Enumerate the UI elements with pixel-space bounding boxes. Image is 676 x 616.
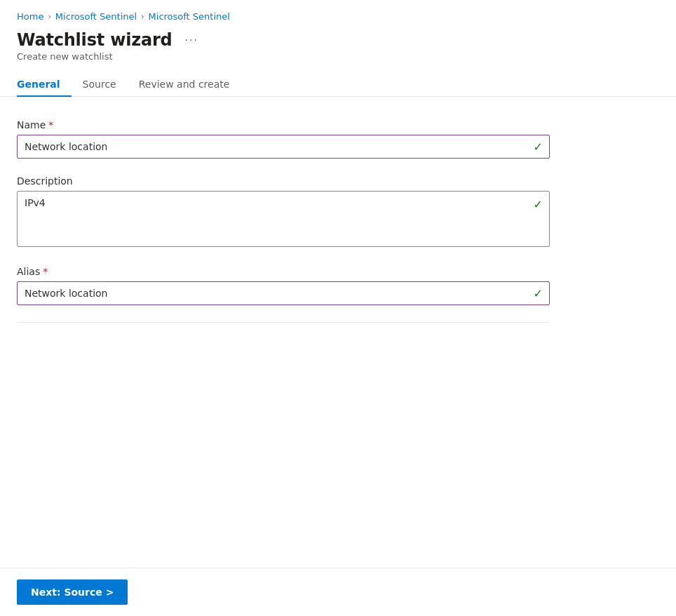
- description-textarea-wrapper: IPv4 ✓: [17, 191, 550, 249]
- alias-required-star: *: [43, 266, 48, 277]
- name-input[interactable]: [17, 135, 550, 159]
- page-header: Watchlist wizard ···: [0, 27, 676, 50]
- page-title: Watchlist wizard: [17, 30, 173, 50]
- footer: Next: Source >: [0, 568, 676, 616]
- next-source-button[interactable]: Next: Source >: [17, 580, 128, 605]
- tab-general[interactable]: General: [17, 73, 72, 97]
- breadcrumb: Home › Microsoft Sentinel › Microsoft Se…: [0, 0, 676, 27]
- name-form-group: Name * ✓: [17, 119, 550, 159]
- alias-input[interactable]: [17, 281, 550, 305]
- breadcrumb-sentinel-2[interactable]: Microsoft Sentinel: [149, 11, 230, 22]
- main-content: Name * ✓ Description IPv4 ✓: [0, 97, 676, 568]
- breadcrumb-sep-2: ›: [141, 12, 144, 21]
- section-divider: [17, 322, 550, 323]
- name-required-star: *: [48, 119, 53, 130]
- page-wrapper: Home › Microsoft Sentinel › Microsoft Se…: [0, 0, 676, 616]
- alias-label: Alias *: [17, 266, 550, 277]
- tab-bar: General Source Review and create: [0, 62, 676, 97]
- breadcrumb-sentinel-1[interactable]: Microsoft Sentinel: [55, 11, 137, 22]
- alias-form-group: Alias * ✓: [17, 266, 550, 305]
- page-subtitle: Create new watchlist: [0, 50, 676, 62]
- name-input-wrapper: ✓: [17, 135, 550, 159]
- description-textarea[interactable]: IPv4: [17, 191, 550, 247]
- description-label: Description: [17, 175, 550, 187]
- alias-input-wrapper: ✓: [17, 281, 550, 305]
- breadcrumb-sep-1: ›: [48, 12, 50, 21]
- tab-source[interactable]: Source: [72, 73, 128, 97]
- more-options-button[interactable]: ···: [181, 32, 203, 48]
- tab-review-create[interactable]: Review and create: [128, 73, 241, 97]
- description-form-group: Description IPv4 ✓: [17, 175, 550, 249]
- name-label: Name *: [17, 119, 550, 130]
- form-section: Name * ✓ Description IPv4 ✓: [17, 119, 550, 323]
- breadcrumb-home[interactable]: Home: [17, 11, 43, 22]
